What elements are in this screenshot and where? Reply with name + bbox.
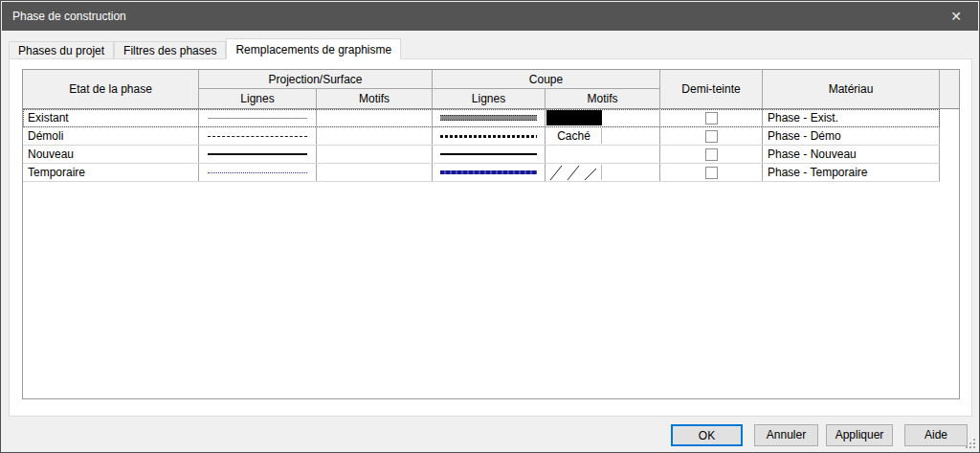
- tab-remplacements-de-graphisme[interactable]: Remplacements de graphisme: [226, 38, 401, 59]
- materiau-cell[interactable]: Phase - Démo: [763, 127, 940, 145]
- header-materiau: Matériau: [763, 70, 940, 108]
- header-projection-surface: Projection/Surface: [199, 70, 432, 89]
- coupe-lignes-cell[interactable]: [433, 164, 546, 181]
- tab-bar: Phases du projet Filtres des phases Remp…: [9, 38, 401, 59]
- projection-motifs-cell[interactable]: [317, 164, 433, 181]
- line-swatch-thick-blue-dashed: [440, 170, 537, 174]
- demi-teinte-cell: [660, 109, 763, 126]
- line-swatch-black-solid: [208, 153, 307, 155]
- coupe-lignes-cell[interactable]: [433, 127, 546, 145]
- line-swatch-bold-black-dashed: [440, 135, 537, 138]
- phase-state-label[interactable]: Temporaire: [23, 164, 199, 181]
- header-etat-de-la-phase: Etat de la phase: [23, 70, 199, 108]
- ok-button[interactable]: OK: [671, 424, 743, 446]
- projection-lignes-cell[interactable]: [199, 127, 317, 145]
- coupe-motifs-cell[interactable]: [546, 146, 660, 163]
- projection-lignes-cell[interactable]: [199, 146, 317, 163]
- demi-teinte-cell: [660, 127, 763, 145]
- projection-motifs-cell[interactable]: [317, 146, 433, 163]
- projection-motifs-cell[interactable]: [317, 109, 433, 126]
- line-swatch-thin-gray: [208, 118, 307, 119]
- phase-state-label[interactable]: Nouveau: [23, 146, 199, 163]
- projection-lignes-cell[interactable]: [199, 109, 317, 126]
- table-row-demoli[interactable]: Démoli Caché Phase - Démo: [23, 127, 940, 146]
- phase-construction-dialog: Phase de construction ✕ Phases du projet…: [0, 0, 980, 453]
- line-swatch-thick-gray: [440, 115, 537, 121]
- annuler-button[interactable]: Annuler: [754, 424, 818, 446]
- close-icon[interactable]: ✕: [934, 2, 978, 31]
- demi-teinte-cell: [660, 146, 763, 163]
- materiau-cell[interactable]: Phase - Exist.: [763, 109, 940, 126]
- pattern-swatch-solid-black: [546, 110, 602, 125]
- coupe-motifs-cell[interactable]: Caché: [546, 127, 660, 145]
- coupe-lignes-cell[interactable]: [433, 109, 546, 126]
- pattern-swatch-diagonal-hatch: [546, 165, 602, 180]
- header-filler: [940, 70, 959, 108]
- dialog-title: Phase de construction: [12, 10, 126, 23]
- titlebar[interactable]: Phase de construction ✕: [2, 2, 978, 31]
- header-coupe: Coupe: [433, 70, 659, 89]
- materiau-cell[interactable]: Phase - Temporaire: [763, 164, 940, 181]
- table-row-temporaire[interactable]: Temporaire Phase - Tempor: [23, 164, 940, 182]
- tab-page-remplacements: Etat de la phase Projection/Surface Lign…: [9, 58, 972, 417]
- line-swatch-black-dashed: [208, 136, 307, 137]
- demi-teinte-cell: [660, 164, 763, 181]
- coupe-lignes-cell[interactable]: [433, 146, 546, 163]
- demi-teinte-checkbox[interactable]: [705, 130, 718, 143]
- coupe-motifs-cell[interactable]: [546, 109, 660, 126]
- table-row-nouveau[interactable]: Nouveau Phase - Nouveau: [23, 146, 940, 164]
- header-group-coupe: Coupe Lignes Motifs: [433, 70, 660, 108]
- projection-motifs-cell[interactable]: [317, 127, 433, 145]
- appliquer-button[interactable]: Appliquer: [826, 424, 893, 446]
- demi-teinte-checkbox[interactable]: [705, 112, 718, 125]
- phase-state-label[interactable]: Démoli: [23, 127, 199, 145]
- tab-phases-du-projet[interactable]: Phases du projet: [9, 41, 114, 59]
- materiau-cell[interactable]: Phase - Nouveau: [763, 146, 940, 163]
- header-projection-motifs: Motifs: [317, 89, 432, 108]
- demi-teinte-checkbox[interactable]: [705, 148, 718, 161]
- line-swatch-bold-black-solid: [440, 153, 537, 155]
- table-header: Etat de la phase Projection/Surface Lign…: [23, 70, 959, 109]
- header-coupe-motifs: Motifs: [546, 89, 659, 108]
- pattern-swatch-hidden: Caché: [546, 128, 602, 144]
- projection-lignes-cell[interactable]: [199, 164, 317, 181]
- phase-state-label[interactable]: Existant: [23, 109, 199, 126]
- table-row-existant[interactable]: Existant Phase - Exist.: [23, 109, 940, 127]
- coupe-motifs-cell[interactable]: [546, 164, 660, 181]
- tab-filtres-des-phases[interactable]: Filtres des phases: [114, 41, 226, 59]
- demi-teinte-checkbox[interactable]: [705, 167, 718, 179]
- line-swatch-blue-dotted: [208, 172, 307, 173]
- header-demi-teinte: Demi-teinte: [660, 70, 763, 108]
- aide-button[interactable]: Aide: [904, 424, 968, 446]
- header-projection-lignes: Lignes: [199, 89, 317, 108]
- header-coupe-lignes: Lignes: [433, 89, 546, 108]
- header-group-projection-surface: Projection/Surface Lignes Motifs: [199, 70, 433, 108]
- phase-overrides-table: Etat de la phase Projection/Surface Lign…: [22, 69, 960, 399]
